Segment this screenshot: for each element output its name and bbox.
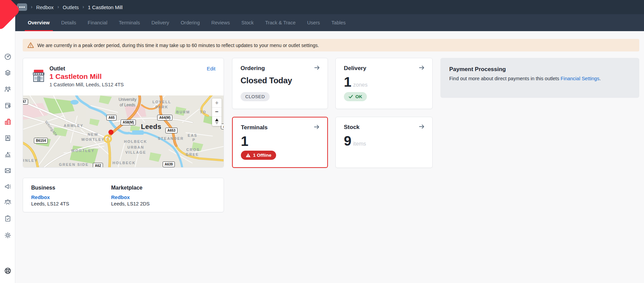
chevron-right-icon: › bbox=[83, 4, 84, 9]
financial-settings-link[interactable]: Financial Settings bbox=[561, 76, 599, 81]
outlet-label: Outlet bbox=[49, 66, 65, 72]
outlet-map[interactable]: University of Leeds LOVELL PARK BURM TO … bbox=[23, 95, 224, 168]
delivery-card[interactable]: Delivery 1zones OK bbox=[335, 58, 433, 109]
ordering-card[interactable]: Ordering Closed Today CLOSED bbox=[232, 58, 328, 109]
breadcrumb-item-current-outlet[interactable]: 1 Castleton Mill bbox=[88, 4, 123, 10]
map-zoom-in-button[interactable]: + bbox=[212, 99, 222, 108]
receipt-person-icon bbox=[4, 134, 12, 142]
stock-card[interactable]: Stock 9items bbox=[335, 117, 433, 168]
tab-overview[interactable]: Overview bbox=[22, 14, 56, 31]
tab-delivery[interactable]: Delivery bbox=[146, 14, 175, 31]
delivery-card-title: Delivery bbox=[344, 65, 366, 72]
stock-items-count: 9 bbox=[344, 133, 351, 148]
sidebar-item-businesses[interactable] bbox=[0, 99, 15, 112]
compass-icon bbox=[215, 118, 219, 125]
offline-badge: 1 Offline bbox=[241, 151, 276, 160]
marketplace-address: Leeds, LS12 2DS bbox=[111, 201, 150, 206]
sidebar-item-messages[interactable] bbox=[0, 164, 15, 177]
tab-tables[interactable]: Tables bbox=[326, 14, 351, 31]
map-zoom-out-button[interactable]: − bbox=[212, 108, 222, 117]
outlet-card-header: Outlet 1 Castleton Mill 1 Castleton Mill… bbox=[23, 58, 224, 95]
sidebar-item-orders[interactable] bbox=[0, 131, 15, 145]
tab-details[interactable]: Details bbox=[56, 14, 82, 31]
outlet-address: 1 Castleton Mill, Leeds, LS12 4TS bbox=[49, 82, 124, 87]
chevron-right-icon: › bbox=[57, 4, 59, 9]
dashboard-gauge-icon bbox=[4, 52, 12, 61]
buildings-icon bbox=[4, 118, 12, 126]
life-ring-icon bbox=[4, 267, 12, 275]
peak-period-warning-banner: We are currently in a peak order period,… bbox=[23, 39, 639, 51]
terminals-count: 1 bbox=[233, 131, 327, 148]
tab-users[interactable]: Users bbox=[301, 14, 326, 31]
outlet-tab-bar: Overview Details Financial Terminals Del… bbox=[15, 14, 644, 31]
edit-outlet-link[interactable]: Edit bbox=[207, 66, 215, 71]
storefront-icon bbox=[31, 68, 46, 83]
outlet-name: 1 Castleton Mill bbox=[49, 72, 102, 81]
map-canvas bbox=[23, 95, 224, 168]
chevron-right-icon: › bbox=[31, 4, 33, 9]
tab-track-and-trace[interactable]: Track & Trace bbox=[259, 14, 302, 31]
payment-processing-body: Find out more about direct payments in t… bbox=[449, 76, 630, 81]
sidebar-item-tasks[interactable] bbox=[0, 212, 15, 225]
breadcrumb-item-outlets[interactable]: Outlets bbox=[63, 4, 79, 10]
sidebar-item-marketing[interactable] bbox=[0, 180, 15, 193]
stock-card-title: Stock bbox=[344, 124, 359, 131]
megaphone-icon bbox=[4, 182, 12, 191]
stock-items-unit: items bbox=[353, 141, 366, 147]
check-icon bbox=[349, 95, 353, 99]
tab-terminals[interactable]: Terminals bbox=[113, 14, 146, 31]
payment-processing-title: Payment Processing bbox=[449, 66, 630, 73]
users-pair-icon bbox=[4, 85, 12, 93]
outlet-overview-page: › Redbox › Outlets › 1 Castleton Mill Ov… bbox=[0, 0, 644, 283]
arrow-right-icon[interactable] bbox=[419, 124, 425, 131]
top-navigation-bar: › Redbox › Outlets › 1 Castleton Mill bbox=[0, 0, 644, 14]
map-marker-outlet-location bbox=[108, 130, 113, 135]
ordering-card-title: Ordering bbox=[241, 65, 265, 72]
tab-stock[interactable]: Stock bbox=[236, 14, 259, 31]
business-column: Business Redbox Leeds, LS12 4TS bbox=[31, 185, 69, 206]
warning-triangle-icon bbox=[27, 42, 34, 48]
map-compass-button[interactable] bbox=[212, 117, 222, 126]
sidebar-item-dashboard[interactable] bbox=[0, 50, 15, 63]
sidebar-item-teams[interactable] bbox=[0, 195, 15, 209]
arrow-right-icon[interactable] bbox=[314, 124, 320, 131]
business-heading: Business bbox=[31, 185, 69, 191]
outlet-card: Outlet 1 Castleton Mill 1 Castleton Mill… bbox=[23, 58, 224, 168]
arrow-right-icon[interactable] bbox=[314, 65, 320, 72]
tab-reviews[interactable]: Reviews bbox=[206, 14, 236, 31]
banner-text: We are currently in a peak order period,… bbox=[37, 43, 319, 48]
gear-icon bbox=[4, 231, 12, 239]
terminals-card-title: Terminals bbox=[241, 124, 268, 131]
marketplace-link[interactable]: Redbox bbox=[111, 194, 150, 200]
business-link[interactable]: Redbox bbox=[31, 194, 69, 200]
delivery-zones-unit: zones bbox=[353, 82, 368, 88]
closed-badge: CLOSED bbox=[241, 92, 270, 101]
arrow-right-icon[interactable] bbox=[419, 65, 425, 72]
layers-icon bbox=[4, 69, 12, 77]
delivery-zones-count: 1 bbox=[344, 74, 351, 89]
breadcrumb-item-redbox[interactable]: Redbox bbox=[36, 4, 54, 10]
app-sidebar bbox=[0, 14, 15, 283]
sidebar-item-till[interactable] bbox=[0, 148, 15, 161]
service-bell-icon bbox=[4, 151, 12, 159]
sidebar-item-customers[interactable] bbox=[0, 83, 15, 96]
sidebar-item-outlets[interactable] bbox=[0, 115, 15, 129]
sidebar-item-menus[interactable] bbox=[0, 66, 15, 80]
clipboard-check-icon bbox=[4, 215, 12, 223]
business-marketplace-card: Business Redbox Leeds, LS12 4TS Marketpl… bbox=[23, 178, 224, 212]
sidebar-item-support[interactable] bbox=[0, 264, 15, 278]
marketplace-column: Marketplace Redbox Leeds, LS12 2DS bbox=[111, 185, 150, 206]
envelope-icon bbox=[4, 167, 12, 175]
warning-triangle-icon bbox=[246, 153, 251, 157]
tab-ordering[interactable]: Ordering bbox=[175, 14, 205, 31]
tab-financial[interactable]: Financial bbox=[82, 14, 113, 31]
breadcrumb: › Redbox › Outlets › 1 Castleton Mill bbox=[17, 3, 123, 11]
sidebar-item-settings[interactable] bbox=[0, 228, 15, 242]
ordering-status: Closed Today bbox=[232, 72, 328, 85]
terminals-card[interactable]: Terminals 1 1 Offline bbox=[232, 117, 328, 168]
store-pin-icon bbox=[4, 102, 12, 110]
business-address: Leeds, LS12 4TS bbox=[31, 201, 69, 206]
map-zoom-controls: + − bbox=[212, 99, 222, 126]
ok-badge: OK bbox=[344, 92, 367, 101]
people-group-icon bbox=[4, 198, 12, 206]
